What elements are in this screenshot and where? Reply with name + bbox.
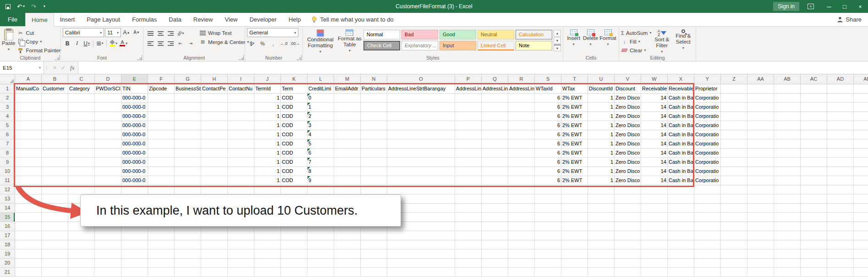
conditional-formatting-button[interactable]: Conditional Formatting ▾: [305, 28, 336, 55]
delete-cells-button[interactable]: Delete ▾: [582, 28, 599, 55]
font-name-select[interactable]: Calibri ▾: [63, 28, 104, 37]
cell-J11[interactable]: 1: [254, 176, 281, 185]
cell-L2[interactable]: 0: [308, 94, 334, 103]
cell-P5[interactable]: [455, 121, 482, 130]
cell-M9[interactable]: [334, 158, 361, 167]
cell-X15[interactable]: [668, 213, 694, 222]
cell-AC2[interactable]: [801, 94, 827, 103]
cell-AC13[interactable]: [801, 194, 827, 204]
cell-W18[interactable]: [641, 240, 668, 249]
cell-AA6[interactable]: [747, 130, 774, 139]
cell-N5[interactable]: [361, 121, 387, 130]
cell-T9[interactable]: 2% EWT: [561, 158, 588, 167]
cell-A7[interactable]: [15, 139, 42, 149]
cell-B6[interactable]: [42, 130, 68, 139]
cell-A11[interactable]: [15, 176, 42, 185]
cell-X14[interactable]: [668, 204, 694, 213]
autosum-button[interactable]: Σ AutoSum ▾: [621, 29, 651, 37]
cell-AC15[interactable]: [801, 213, 827, 222]
cell-AC18[interactable]: [801, 240, 827, 249]
cell-K5[interactable]: COD: [281, 121, 308, 130]
cell-I2[interactable]: [228, 94, 254, 103]
cell-AE2[interactable]: [854, 94, 868, 103]
cell-AC17[interactable]: [801, 231, 827, 240]
column-header-S[interactable]: S: [535, 74, 561, 84]
cell-A3[interactable]: [15, 103, 42, 112]
cell-P2[interactable]: [455, 94, 482, 103]
orientation-button[interactable]: ab▾: [176, 29, 186, 38]
cell-R16[interactable]: [508, 222, 535, 231]
cell-Z3[interactable]: [721, 103, 747, 112]
cell-AB21[interactable]: [774, 268, 801, 277]
cell-A19[interactable]: [15, 249, 42, 259]
save-button[interactable]: [5, 4, 11, 9]
cell-A15[interactable]: [15, 213, 42, 222]
cell-AC16[interactable]: [801, 222, 827, 231]
cell-U11[interactable]: 1: [588, 176, 615, 185]
cell-AB15[interactable]: [774, 213, 801, 222]
tab-data[interactable]: Data: [163, 13, 187, 26]
cell-J6[interactable]: 1: [254, 130, 281, 139]
cell-I9[interactable]: [228, 158, 254, 167]
cell-X19[interactable]: [668, 249, 694, 259]
cell-J12[interactable]: [254, 185, 281, 194]
formula-input[interactable]: [78, 61, 868, 74]
column-header-F[interactable]: F: [148, 74, 175, 84]
column-header-AA[interactable]: AA: [747, 74, 774, 84]
cell-A18[interactable]: [15, 240, 42, 249]
cell-X9[interactable]: Cash in Ba: [668, 158, 694, 167]
cell-V19[interactable]: [615, 249, 641, 259]
column-header-T[interactable]: T: [561, 74, 588, 84]
cell-Z6[interactable]: [721, 130, 747, 139]
cell-N8[interactable]: [361, 149, 387, 158]
cell-B16[interactable]: [42, 222, 68, 231]
cell-M18[interactable]: [334, 240, 361, 249]
cell-U20[interactable]: [588, 259, 615, 268]
cell-B8[interactable]: [42, 149, 68, 158]
cell-I17[interactable]: [228, 231, 254, 240]
cell-O6[interactable]: [387, 130, 455, 139]
cell-T6[interactable]: 2% EWT: [561, 130, 588, 139]
cell-S21[interactable]: [535, 268, 561, 277]
cell-X10[interactable]: Cash in Ba: [668, 167, 694, 176]
cell-G17[interactable]: [175, 231, 201, 240]
cell-G1[interactable]: BusinessSt: [175, 84, 201, 94]
cell-H9[interactable]: [201, 158, 228, 167]
cell-F7[interactable]: [148, 139, 175, 149]
cell-N4[interactable]: [361, 112, 387, 121]
cell-B11[interactable]: [42, 176, 68, 185]
cell-T18[interactable]: [561, 240, 588, 249]
cell-E5[interactable]: 000-000-0: [121, 121, 148, 130]
cell-X18[interactable]: [668, 240, 694, 249]
sign-in-button[interactable]: Sign in: [773, 2, 799, 11]
cell-D7[interactable]: [95, 139, 121, 149]
cell-AC7[interactable]: [801, 139, 827, 149]
cell-X16[interactable]: [668, 222, 694, 231]
cell-B9[interactable]: [42, 158, 68, 167]
cell-X3[interactable]: Cash in Ba: [668, 103, 694, 112]
cell-C19[interactable]: [68, 249, 95, 259]
cell-U5[interactable]: 1: [588, 121, 615, 130]
gallery-scroll-down-button[interactable]: ▼: [554, 37, 561, 44]
cell-R18[interactable]: [508, 240, 535, 249]
cell-U19[interactable]: [588, 249, 615, 259]
cell-O12[interactable]: [387, 185, 455, 194]
cell-C17[interactable]: [68, 231, 95, 240]
cell-Q10[interactable]: [482, 167, 508, 176]
cell-AA4[interactable]: [747, 112, 774, 121]
cell-V7[interactable]: Zero Disco: [615, 139, 641, 149]
column-header-AD[interactable]: AD: [827, 74, 854, 84]
font-size-select[interactable]: 11 ▾: [105, 28, 121, 37]
cell-AA13[interactable]: [747, 194, 774, 204]
cell-B7[interactable]: [42, 139, 68, 149]
cell-G7[interactable]: [175, 139, 201, 149]
cell-W14[interactable]: [641, 204, 668, 213]
cell-K11[interactable]: COD: [281, 176, 308, 185]
cell-E9[interactable]: 000-000-0: [121, 158, 148, 167]
align-right-button[interactable]: [165, 39, 176, 48]
cell-AB1[interactable]: [774, 84, 801, 94]
cell-U14[interactable]: [588, 204, 615, 213]
cell-AC20[interactable]: [801, 259, 827, 268]
cancel-icon[interactable]: ×: [53, 65, 56, 71]
row-header-17[interactable]: 17: [0, 231, 15, 240]
